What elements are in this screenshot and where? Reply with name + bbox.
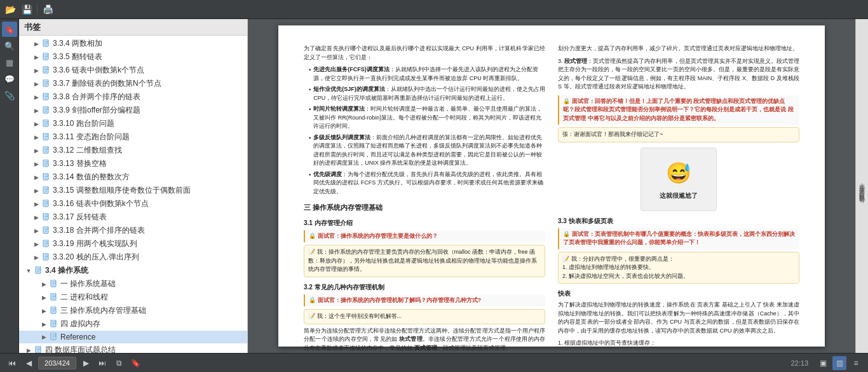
bookmark-button[interactable]: 🔖 — [128, 356, 142, 370]
expand-icon-3312: ▶ — [32, 146, 41, 155]
copy-page-button[interactable]: ⧉ — [112, 356, 126, 370]
page-icon-334 — [42, 39, 51, 48]
next-page-button[interactable]: ▶ — [79, 356, 93, 370]
view-controls: 22:13 ▣ ▥ ≡ — [785, 356, 863, 370]
top-toolbar: 📂 💾 🖨️ — [0, 0, 868, 19]
bookmark-item-3314[interactable]: ▶ 3.3.14 数值的整数次方 — [19, 170, 247, 184]
bookmark-item-reference[interactable]: ▶ Reference — [19, 331, 247, 343]
bookmark-item-3310[interactable]: ▶ 3.3.10 跑台阶问题 — [19, 117, 247, 130]
open-file-button[interactable]: 📂 — [3, 2, 18, 17]
qa-block-2: 🔒 面试官：操作系统的内存管理机制了解吗？内存管理有几种方式? — [304, 294, 545, 307]
sidebar-icon-comment[interactable]: 💬 — [2, 71, 17, 86]
intro-paragraph: 为了确定首先执行哪个进程以及最后执行哪个进程以实现最大 CPU 利用率，计算机科… — [304, 45, 545, 62]
bookmark-label-334: 3.3.4 两数相加 — [53, 38, 102, 49]
bookmark-item-343[interactable]: ▶ 三 操作系统内存管理基础 — [19, 304, 247, 317]
single-page-view-button[interactable]: ▣ — [816, 356, 830, 370]
bookmark-item-3312[interactable]: ▶ 3.3.12 二维数组查找 — [19, 144, 247, 157]
expand-icon-344: ▶ — [39, 320, 48, 329]
segment-management-para: 3. 段式管理：页式管理虽然提高了内存利用率，但是页式管理其实并不是对实现意义。… — [558, 57, 799, 92]
save-button[interactable]: 💾 — [19, 2, 34, 17]
expand-icon-336: ▶ — [32, 66, 41, 75]
bookmark-item-34[interactable]: ▼ 3.4 操作系统 — [19, 264, 247, 277]
bookmark-label-3316: 3.3.16 链表中倒数第k个节点 — [53, 198, 149, 209]
bookmark-item-3315[interactable]: ▶ 3.3.15 调整数组顺序使奇数位于偶数前面 — [19, 184, 247, 197]
bookmark-title: 书签 — [24, 22, 41, 33]
bookmark-item-3318[interactable]: ▶ 3.3.18 合并两个排序的链表 — [19, 224, 247, 237]
bookmark-item-3316[interactable]: ▶ 3.3.16 链表中倒数第k个节点 — [19, 197, 247, 210]
bookmark-item-342[interactable]: ▶ 二 进程和线程 — [19, 291, 247, 304]
expand-icon-335: ▶ — [32, 53, 41, 62]
meme-caption: 这就很尴尬了 — [660, 191, 698, 200]
sidebar-icon-bookmark[interactable]: 🔖 — [2, 22, 17, 37]
page-number-input[interactable] — [38, 357, 76, 369]
page-icon-3316 — [42, 200, 51, 209]
bookmark-panel: 书签 ▶ 3.3.4 两数相加 ▶ 3.3.5 翻转链表 ▶ — [19, 19, 248, 353]
bookmark-label-3315: 3.3.15 调整数组顺序使奇数位于偶数前面 — [53, 185, 191, 196]
section21-heading: 3.1 内存管理介绍 — [304, 218, 545, 228]
double-page-view-button[interactable]: ▥ — [832, 356, 846, 370]
kuaibiao-heading: 快表 — [558, 289, 799, 298]
page-icon-342 — [50, 293, 58, 302]
main-area: 🔖 🔍 ▦ 💬 📎 书签 ▶ 3.3.4 两数相加 ▶ 3.3 — [0, 19, 868, 353]
first-page-button[interactable]: ⏮ — [5, 356, 19, 370]
page-icon-3312 — [42, 146, 51, 155]
qa-block-3: 🔒 面试官：回答的不错！但是！上面了几个重要的 段式管理缺点和段页式管理的优缺点… — [558, 95, 799, 125]
document-viewer[interactable]: 为了确定首先执行哪个进程以及最后执行哪个进程以实现最大 CPU 利用率，计算机科… — [248, 19, 855, 353]
bookmark-item-3311[interactable]: ▶ 3.3.11 变态跑台阶问题 — [19, 130, 247, 144]
bookmark-item-341[interactable]: ▶ 一 操作系统基础 — [19, 277, 247, 291]
bookmark-label-3310: 3.3.10 跑台阶问题 — [53, 118, 114, 129]
bookmark-label-3318: 3.3.18 合并两个排序的链表 — [53, 225, 145, 236]
page-icon-ref — [50, 333, 58, 341]
memory-management-para: 简单分为连续分配管理方式和非连续分配管理方式这两种。连续分配管理方式是指一个用户… — [304, 327, 545, 353]
sidebar-icon-search[interactable]: 🔍 — [2, 38, 17, 53]
bookmark-label-reference: Reference — [60, 333, 95, 341]
sidebar-icon-attach[interactable]: 📎 — [2, 88, 17, 103]
continuous-view-button[interactable]: ≡ — [849, 356, 863, 370]
expand-icon-34: ▼ — [24, 266, 33, 275]
qa1-question: 🔒 面试官：操作系统的内存管理主要是做什么的？ — [309, 232, 541, 241]
right-intro: 划分力度更大，提高了内存利用率，减少了碎片。页式管理通过页表对应逻辑地址和物理地… — [558, 45, 799, 53]
qa4-question: 🔒 面试官：页表管理机制中有哪几个值重要的概念：快表和多级页表，这两个东西分别解… — [563, 230, 796, 247]
page-icon-3317 — [42, 213, 51, 222]
bookmark-item-3320[interactable]: ▶ 3.3.20 栈的压入.弹出序列 — [19, 251, 247, 264]
expand-icon-3316: ▶ — [32, 200, 41, 209]
bookmark-list[interactable]: ▶ 3.3.4 两数相加 ▶ 3.3.5 翻转链表 ▶ 3.3.6 链表中倒数第… — [19, 36, 247, 353]
bookmark-label-342: 二 进程和线程 — [60, 292, 108, 303]
expand-icon-341: ▶ — [39, 280, 48, 289]
bookmark-item-338[interactable]: ▶ 3.3.8 合并两个排序的链表 — [19, 90, 247, 104]
prev-page-button[interactable]: ◀ — [22, 356, 36, 370]
page-icon-3313 — [42, 160, 51, 169]
expand-icon-3315: ▶ — [32, 186, 41, 195]
expand-icon-337: ▶ — [32, 79, 41, 88]
navigation-controls: ⏮ ◀ ▶ ⏭ ⧉ 🔖 — [5, 356, 142, 370]
last-page-button[interactable]: ⏭ — [95, 356, 109, 370]
bookmark-item-339[interactable]: ▶ 3.3.9 剑指offer部分编程题 — [19, 104, 247, 117]
page-icon-3311 — [42, 133, 51, 142]
qa2-answer: 📝 我：这个生平特别没有时机解答... — [304, 309, 545, 324]
bookmark-label-344: 四 虚拟内存 — [60, 319, 100, 329]
section2-heading: 三 操作系统内存管理基础 — [304, 202, 545, 213]
page-icon-3318 — [42, 226, 51, 235]
bookmark-item-db[interactable]: ▶ 四 数据库面试题总结 — [19, 343, 247, 353]
bookmark-item-3319[interactable]: ▶ 3.3.19 用两个栈实现队列 — [19, 237, 247, 251]
print-button[interactable]: 🖨️ — [40, 2, 55, 17]
algo-mfq: • 多级反馈队列调度算法：前面介绍的几种进程调度的算法都有一定的局限性。如短进程… — [304, 134, 545, 168]
sidebar-icon-layers[interactable]: ▦ — [2, 55, 17, 70]
bookmark-label-341: 一 操作系统基础 — [60, 279, 116, 289]
bookmark-label-db: 四 数据库面试题总结 — [45, 345, 116, 353]
bookmark-item-334[interactable]: ▶ 3.3.4 两数相加 — [19, 37, 247, 50]
bookmark-label-34: 3.4 操作系统 — [45, 265, 88, 276]
right-sidebar-text: 北京某技术大会白板权助有 — [858, 179, 866, 194]
bookmark-label-3320: 3.3.20 栈的压入.弹出序列 — [53, 252, 139, 263]
bookmark-label-335: 3.3.5 翻转链表 — [53, 52, 102, 62]
bookmark-item-335[interactable]: ▶ 3.3.5 翻转链表 — [19, 50, 247, 64]
bookmark-item-3313[interactable]: ▶ 3.3.13 替换空格 — [19, 157, 247, 170]
page-icon-338 — [42, 93, 51, 102]
bookmark-item-336[interactable]: ▶ 3.3.6 链表中倒数第k个节点 — [19, 64, 247, 77]
bookmark-item-344[interactable]: ▶ 四 虚拟内存 — [19, 317, 247, 331]
expand-icon-3314: ▶ — [32, 173, 41, 182]
bookmark-item-337[interactable]: ▶ 3.3.7 删除链表的倒数第N个节点 — [19, 77, 247, 90]
bookmark-item-3317[interactable]: ▶ 3.3.17 反转链表 — [19, 210, 247, 224]
bookmark-label-3317: 3.3.17 反转链表 — [53, 212, 107, 223]
expand-icon-3320: ▶ — [32, 253, 41, 262]
